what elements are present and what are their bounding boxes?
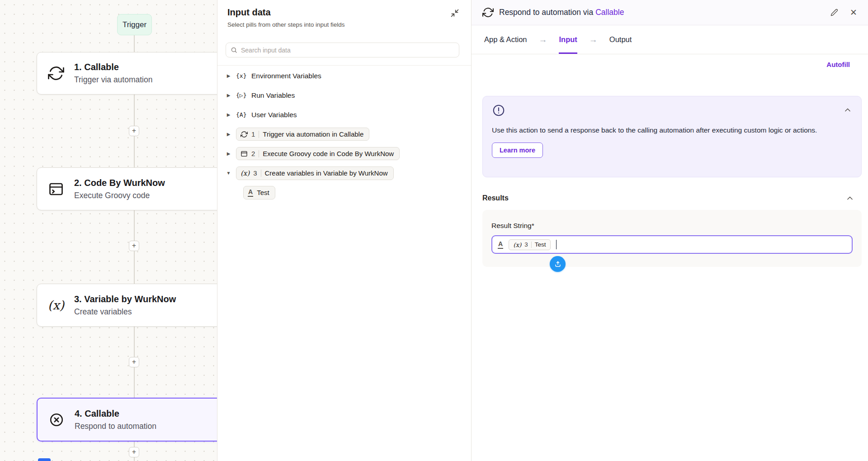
tree-item-test-variable[interactable]: A Test [217,183,471,202]
config-tabs: App & Action → Input → Output [472,25,868,54]
add-step-button[interactable]: + [129,357,139,367]
tree-item-step-1[interactable]: ▶ 1 Trigger via automation in Callable [217,124,471,144]
variable-pill[interactable]: A Test [243,186,275,200]
step-card-4-selected[interactable]: 4. Callable Respond to automation [37,398,217,442]
input-panel-header: Input data Select pills from other steps… [217,0,471,29]
search-box[interactable] [226,43,459,57]
edit-icon[interactable] [830,9,838,16]
step-config-panel: Respond to automation viaCallable ✕ App … [471,0,868,461]
caret-down-icon[interactable]: ▼ [226,171,231,176]
braces-play-icon: {▷} [236,92,247,99]
sync-icon [241,131,248,138]
braces-x-icon: {x} [236,72,247,79]
search-icon [231,47,237,53]
tab-app-action[interactable]: App & Action [484,25,527,54]
sync-icon [482,7,494,18]
caret-right-icon[interactable]: ▶ [226,112,231,117]
step-pill-label: Execute Groovy code in Code By WurkNow [263,150,394,157]
text-format-icon[interactable]: A [498,241,503,249]
code-app-icon [47,181,65,197]
step-title: 1. Callable [74,62,152,72]
step-subtitle: Trigger via automation [74,75,152,85]
variable-pill[interactable]: (x) 3 Test [509,239,550,250]
text-cursor [556,240,557,249]
tree-item-environment-variables[interactable]: ▶ {x} Environment Variables [217,66,471,86]
search-input[interactable] [241,47,454,54]
trigger-badge[interactable]: Trigger [117,14,152,35]
step-title: 2. Code By WurkNow [74,178,165,188]
variable-icon: (x) [241,169,250,177]
results-section-header: Results [472,193,868,203]
caret-right-icon[interactable]: ▶ [226,151,231,156]
config-title-prefix: Respond to automation via [499,8,593,17]
step-number: 3 [253,169,257,177]
header-actions: ✕ [830,7,857,18]
input-data-panel: Input data Select pills from other steps… [217,0,471,461]
divider [259,131,259,138]
arrow-right-icon: → [538,25,547,54]
action-info-box: Use this action to send a response back … [482,96,862,177]
step-pill[interactable]: 2 Execute Groovy code in Code By WurkNow [236,147,400,160]
code-app-icon [241,150,248,157]
tree-item-label: Environment Variables [251,72,321,80]
result-string-input[interactable]: A (x) 3 Test [491,235,853,254]
divider [261,170,261,177]
result-string-label: Result String* [491,221,853,230]
tree-item-run-variables[interactable]: ▶ {▷} Run Variables [217,86,471,105]
divider [259,150,259,157]
tree-item-step-3-expanded[interactable]: ▼ (x) 3 Create variables in Variable by … [217,163,471,183]
collapse-panel-icon[interactable] [450,8,460,18]
step-number: 1 [251,130,255,138]
automation-builder-app: Trigger 1. Callable Trigger via automati… [0,0,868,461]
step-text: 3. Variable by WurkNow Create variables [74,294,176,317]
caret-right-icon[interactable]: ▶ [226,93,231,98]
chevron-up-icon[interactable] [843,105,852,114]
panel-subtitle: Select pills from other steps into input… [227,21,459,29]
autofill-row: Autofill [472,54,868,74]
config-header: Respond to automation viaCallable ✕ [472,0,868,25]
step-card-2[interactable]: 2. Code By WurkNow Execute Groovy code [37,167,217,210]
learn-more-button[interactable]: Learn more [492,143,543,158]
tab-output[interactable]: Output [609,25,632,54]
step-number: 2 [251,150,255,157]
workflow-canvas[interactable]: Trigger 1. Callable Trigger via automati… [0,0,217,461]
step-pill[interactable]: 1 Trigger via automation in Callable [236,128,369,141]
close-icon[interactable]: ✕ [850,7,857,18]
step-pill[interactable]: (x) 3 Create variables in Variable by Wu… [236,166,394,180]
caret-right-icon[interactable]: ▶ [226,132,231,137]
braces-a-icon: {A} [236,111,247,118]
info-text: Use this action to send a response back … [492,125,822,135]
step-text: 4. Callable Respond to automation [75,409,156,431]
tree-item-step-2[interactable]: ▶ 2 Execute Groovy code in Code By WurkN… [217,144,471,163]
app-name-link[interactable]: Callable [595,8,624,17]
submit-button[interactable] [550,256,566,272]
add-step-button[interactable]: + [129,447,139,457]
alert-circle-icon [492,104,505,117]
add-step-button[interactable]: + [129,241,139,251]
step-number: 3 [524,241,528,248]
tab-input[interactable]: Input [559,25,577,54]
variable-pill-label: Test [257,189,269,196]
arrow-right-icon: → [589,25,598,54]
text-format-icon: A [248,189,253,197]
canvas-controls-partial[interactable] [38,458,51,461]
input-data-tree: ▶ {x} Environment Variables ▶ {▷} Run Va… [217,66,471,202]
divider [531,242,532,248]
sync-icon [47,65,65,81]
step-pill-label: Create variables in Variable by WurkNow [265,169,388,177]
step-title: 4. Callable [75,409,156,419]
tree-item-user-variables[interactable]: ▶ {A} User Variables [217,105,471,124]
step-subtitle: Execute Groovy code [74,191,165,200]
step-card-3[interactable]: (x) 3. Variable by WurkNow Create variab… [37,284,217,327]
variable-icon: (x) [513,241,521,248]
variable-icon: (x) [47,298,65,312]
step-title: 3. Variable by WurkNow [74,294,176,304]
chevron-up-icon[interactable] [845,194,854,203]
circle-x-icon [47,412,66,428]
add-step-button[interactable]: + [129,126,139,136]
config-title: Respond to automation viaCallable [499,8,624,17]
autofill-button[interactable]: Autofill [826,61,850,68]
caret-right-icon[interactable]: ▶ [226,73,231,78]
step-card-1[interactable]: 1. Callable Trigger via automation [37,52,217,95]
variable-pill-label: Test [535,241,546,248]
